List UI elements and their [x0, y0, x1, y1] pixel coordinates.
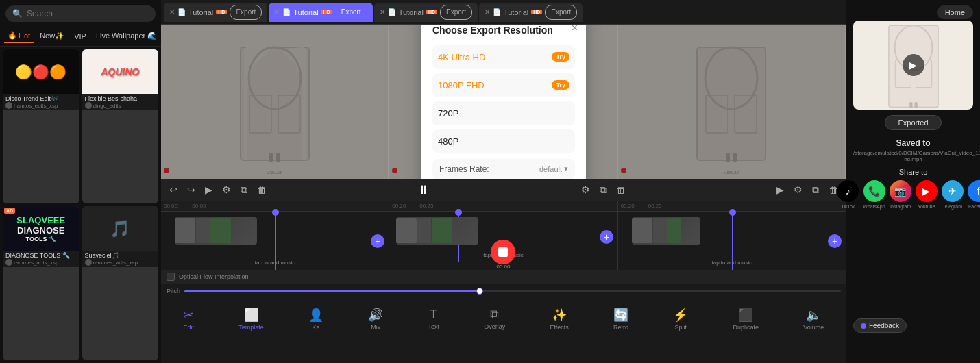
- editor-tab-4[interactable]: ✕ 📄 Tutorial HD Export: [479, 3, 583, 22]
- settings-icon[interactable]: ⚙: [219, 183, 234, 197]
- resolution-label-1080p: 1080P FHD: [438, 80, 485, 90]
- try-badge-4k: Try: [552, 52, 569, 62]
- tab-new[interactable]: New✨: [36, 29, 68, 42]
- add-clip-button-2[interactable]: +: [600, 230, 613, 244]
- track-clip-1[interactable]: [175, 217, 257, 245]
- share-item-youtube[interactable]: ▶ Youtube: [916, 180, 938, 209]
- home-button[interactable]: Home: [937, 5, 973, 19]
- pitch-slider-fill: [184, 290, 480, 292]
- svg-rect-22: [909, 102, 912, 108]
- export-button-3[interactable]: Export: [440, 5, 472, 20]
- tool-item-ka[interactable]: 👤 Ka: [308, 308, 323, 331]
- retro-icon: 🔄: [613, 308, 628, 323]
- list-item[interactable]: AD SLAQVEEE DIAGNOSE TOOLS 🔧 DIAGNOSE TO…: [3, 206, 79, 360]
- tool-item-template[interactable]: ⬜ Template: [238, 308, 264, 331]
- tab-live-wallpaper[interactable]: Live Wallpaper 🌊: [93, 29, 160, 42]
- editor-tab-3[interactable]: ✕ 📄 Tutorial HD Export: [374, 3, 478, 22]
- add-clip-button-1[interactable]: +: [371, 234, 384, 248]
- tab-vip[interactable]: VIP: [71, 30, 90, 42]
- editor-tab-2[interactable]: ✕ 📄 Tutorial HD Export: [269, 3, 372, 22]
- card-user: dingo_edits: [93, 103, 121, 109]
- pause-button-center[interactable]: ⏸: [415, 182, 432, 199]
- overlay-icon: ⧉: [490, 308, 499, 322]
- split-icon: ⚡: [673, 308, 688, 323]
- category-tabs: 🔥 Hot New✨ VIP Live Wallpaper 🌊 Lyri...: [0, 27, 161, 47]
- saved-to-section: Saved to /storage/emulated/0/DCIM/Camera…: [846, 136, 980, 165]
- list-item[interactable]: 🎵 Suaveciel🎵 rammes_artis_xsp: [82, 206, 159, 360]
- preview-play-button[interactable]: ▶: [903, 54, 924, 76]
- share-item-whatsapp[interactable]: 📞 WhatsApp: [863, 180, 885, 209]
- tool-label-effects: Effects: [550, 324, 569, 331]
- redo-button[interactable]: ↪: [184, 183, 198, 197]
- play-button-3[interactable]: ▶: [774, 183, 787, 197]
- export-button-4[interactable]: Export: [545, 5, 577, 20]
- track-clip-3[interactable]: [632, 217, 700, 245]
- share-item-tiktok[interactable]: ♪ TikTok: [837, 180, 859, 209]
- track-clip-2[interactable]: [396, 217, 478, 245]
- tool-item-edit[interactable]: ✂ Edit: [184, 308, 195, 331]
- record-button[interactable]: [491, 240, 515, 264]
- share-to-section: Share to ♪ TikTok 📞 WhatsApp 📷 Instagram…: [846, 165, 980, 212]
- card-user: rammes_artis_xsp: [14, 260, 58, 266]
- tab-label: Tutorial: [188, 8, 213, 16]
- tool-item-duplicate[interactable]: ⬛ Duplicate: [733, 308, 759, 331]
- try-badge-1080p: Try: [552, 80, 569, 90]
- ad-badge: AD: [4, 208, 15, 214]
- frames-rate-bar[interactable]: Frames Rate: default ▾: [432, 159, 575, 179]
- close-icon[interactable]: ✕: [169, 8, 175, 16]
- hd-badge: HD: [426, 10, 437, 14]
- resolution-option-1080p[interactable]: 1080P FHD Try: [432, 73, 575, 97]
- add-clip-button-3[interactable]: +: [828, 234, 842, 248]
- tool-label-edit: Edit: [184, 324, 195, 331]
- delete-icon[interactable]: 🗑: [254, 183, 269, 197]
- tool-item-mix[interactable]: 🔊 Mix: [368, 308, 383, 331]
- tool-item-effects[interactable]: ✨ Effects: [550, 308, 569, 331]
- settings-icon-3[interactable]: ⚙: [791, 183, 805, 197]
- resolution-option-4k[interactable]: 4K Ultra HD Try: [432, 45, 575, 69]
- pitch-slider[interactable]: [184, 290, 841, 292]
- modal-close-button[interactable]: ×: [572, 25, 578, 34]
- close-icon[interactable]: ✕: [485, 8, 490, 16]
- frames-rate-label: Frames Rate:: [439, 164, 489, 174]
- resolution-option-480p[interactable]: 480P: [432, 129, 575, 153]
- share-item-instagram[interactable]: 📷 Instagram: [890, 180, 911, 209]
- export-button-1[interactable]: Export: [230, 5, 262, 20]
- tool-item-volume[interactable]: 🔈 Volume: [803, 308, 824, 331]
- undo-button[interactable]: ↩: [167, 183, 180, 197]
- copy-icon[interactable]: ⧉: [238, 183, 250, 197]
- tool-item-split[interactable]: ⚡ Split: [673, 308, 688, 331]
- export-button-2[interactable]: Export: [335, 5, 367, 20]
- share-item-telegram[interactable]: ✈ Telegram: [942, 180, 964, 209]
- close-icon[interactable]: ✕: [380, 8, 385, 16]
- exported-button[interactable]: Exported: [885, 115, 941, 130]
- search-input[interactable]: [27, 9, 149, 18]
- playhead-dot-3: [729, 209, 736, 216]
- mix-icon: 🔊: [368, 308, 383, 323]
- share-item-facebook[interactable]: f Facebo...: [968, 180, 980, 209]
- chevron-down-icon: ▾: [564, 164, 568, 173]
- playhead-dot-2: [455, 209, 462, 216]
- copy-icon-3[interactable]: ⧉: [809, 183, 822, 197]
- tool-item-overlay[interactable]: ⧉ Overlay: [484, 308, 505, 330]
- close-icon[interactable]: ✕: [274, 8, 280, 16]
- tool-item-retro[interactable]: 🔄 Retro: [613, 308, 628, 331]
- hd-badge: HD: [321, 10, 332, 14]
- tab-hot[interactable]: 🔥 Hot: [4, 29, 34, 43]
- list-item[interactable]: AQUINO Flexible Bes-chaha dingo_edits: [82, 49, 159, 203]
- search-bar[interactable]: 🔍: [5, 5, 156, 22]
- tool-item-text[interactable]: T Text: [428, 308, 440, 330]
- scissors-icon: ✂: [184, 308, 194, 323]
- settings-icon-2[interactable]: ⚙: [578, 183, 593, 197]
- saved-to-title: Saved to: [853, 138, 973, 148]
- share-label-whatsapp: WhatsApp: [863, 204, 885, 209]
- copy-icon-2[interactable]: ⧉: [597, 183, 609, 197]
- optical-flow-checkbox[interactable]: [167, 273, 175, 281]
- resolution-option-720p[interactable]: 720P: [432, 101, 575, 125]
- play-button[interactable]: ▶: [202, 183, 215, 197]
- feedback-button[interactable]: Feedback: [853, 318, 907, 333]
- delete-icon-2[interactable]: 🗑: [613, 183, 628, 197]
- person-icon: 👤: [308, 308, 323, 323]
- duplicate-icon: ⬛: [738, 308, 753, 323]
- editor-tab-1[interactable]: ✕ 📄 Tutorial HD Export: [164, 3, 267, 22]
- list-item[interactable]: 🟡🔴🟠 Disco Trend Edit🎶 hamtos_edits_xsp: [3, 49, 79, 203]
